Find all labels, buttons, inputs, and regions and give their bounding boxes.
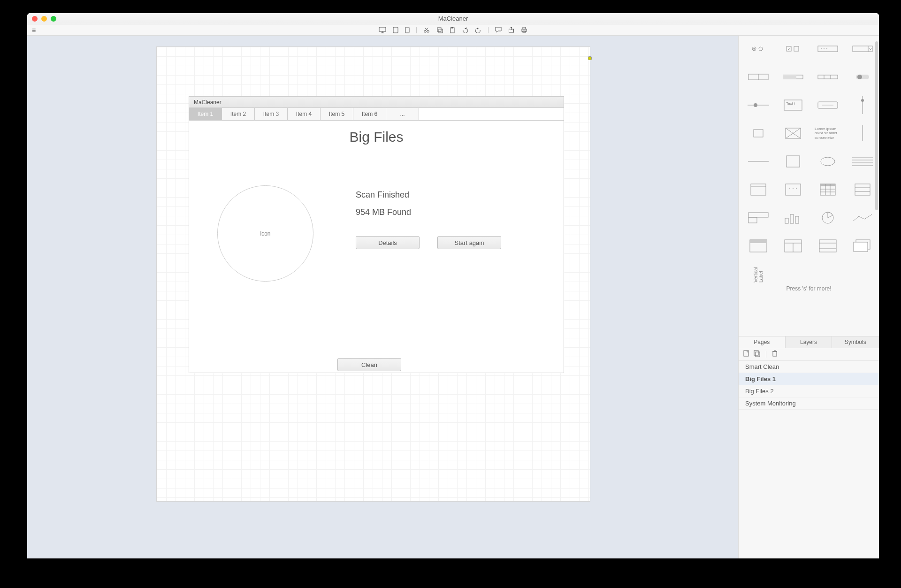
stencil-menu-icon[interactable] bbox=[814, 69, 842, 85]
svg-rect-87 bbox=[854, 242, 868, 252]
mockup-tabs: Item 1 Item 2 Item 3 Item 4 Item 5 Item … bbox=[189, 108, 564, 121]
svg-rect-90 bbox=[756, 352, 760, 357]
start-again-button[interactable]: Start again bbox=[437, 236, 501, 249]
share-icon[interactable] bbox=[508, 27, 514, 33]
svg-rect-21 bbox=[794, 46, 799, 51]
page-item[interactable]: Big Files 1 bbox=[739, 373, 879, 385]
stencil-table-icon[interactable] bbox=[814, 181, 842, 198]
new-page-icon[interactable] bbox=[743, 350, 749, 359]
stencil-list-icon[interactable] bbox=[848, 181, 877, 198]
titlebar: MaCleaner bbox=[27, 13, 879, 24]
stencil-dropdown-icon[interactable] bbox=[744, 209, 772, 226]
tab-symbols[interactable]: Symbols bbox=[832, 336, 879, 348]
undo-icon[interactable] bbox=[462, 27, 468, 33]
svg-point-23 bbox=[821, 48, 822, 49]
stencil-rect-icon[interactable] bbox=[779, 153, 807, 170]
duplicate-page-icon[interactable] bbox=[754, 350, 760, 359]
device-desktop-icon[interactable] bbox=[379, 27, 386, 33]
mockup-tab[interactable]: Item 3 bbox=[255, 108, 288, 120]
zoom-icon[interactable] bbox=[51, 16, 56, 22]
device-phone-icon[interactable] bbox=[405, 27, 410, 33]
svg-point-36 bbox=[857, 75, 862, 79]
clean-button[interactable]: Clean bbox=[337, 358, 401, 371]
stencil-hline-icon[interactable] bbox=[744, 153, 772, 170]
svg-rect-12 bbox=[451, 27, 453, 28]
mockup-tab[interactable]: Item 6 bbox=[353, 108, 386, 120]
stencil-ellipse-icon[interactable] bbox=[814, 153, 842, 170]
stencil-vertical-label-icon[interactable]: Vertical Label bbox=[744, 266, 772, 283]
stencil-box-icon[interactable] bbox=[744, 125, 772, 142]
minimize-icon[interactable] bbox=[41, 16, 47, 22]
pages-list: Smart Clean Big Files 1 Big Files 2 Syst… bbox=[739, 361, 879, 558]
paste-icon[interactable] bbox=[450, 27, 455, 33]
page-item[interactable]: System Monitoring bbox=[739, 397, 879, 410]
stencil-window-icon[interactable] bbox=[744, 181, 772, 198]
stencil-toggle-icon[interactable] bbox=[848, 69, 877, 85]
scrollbar[interactable] bbox=[875, 41, 878, 210]
stencil-vline-icon[interactable] bbox=[848, 125, 877, 142]
stencil-lines-icon[interactable] bbox=[848, 153, 877, 170]
mockup-window[interactable]: MaCleaner Item 1 Item 2 Item 3 Item 4 It… bbox=[189, 96, 564, 373]
stencil-spinner-icon[interactable] bbox=[744, 69, 772, 85]
page-artboard[interactable]: MaCleaner Item 1 Item 2 Item 3 Item 4 It… bbox=[156, 46, 590, 502]
mockup-tab[interactable]: Item 4 bbox=[288, 108, 321, 120]
svg-text:Text i: Text i bbox=[786, 101, 795, 106]
stencil-image-icon[interactable] bbox=[779, 125, 807, 142]
canvas[interactable]: MaCleaner Item 1 Item 2 Item 3 Item 4 It… bbox=[27, 36, 738, 558]
menu-icon[interactable]: ≡ bbox=[32, 26, 36, 34]
comment-icon[interactable] bbox=[495, 27, 502, 33]
cut-icon[interactable] bbox=[423, 27, 430, 33]
pages-tools bbox=[739, 348, 879, 361]
svg-rect-0 bbox=[379, 27, 386, 31]
copy-icon[interactable] bbox=[436, 27, 443, 33]
stencil-layout3-icon[interactable] bbox=[814, 237, 842, 254]
app-window: MaCleaner ≡ MaCleaner bbox=[27, 13, 879, 558]
delete-page-icon[interactable] bbox=[772, 350, 778, 359]
close-icon[interactable] bbox=[32, 16, 38, 22]
svg-rect-51 bbox=[786, 156, 800, 167]
stencil-combobox-icon[interactable] bbox=[848, 40, 877, 57]
stencil-button-icon[interactable] bbox=[814, 97, 842, 114]
mockup-tab[interactable]: Item 2 bbox=[222, 108, 255, 120]
svg-rect-72 bbox=[748, 213, 768, 217]
stencil-stack-icon[interactable] bbox=[848, 237, 877, 254]
mockup-icon-placeholder[interactable]: icon bbox=[217, 185, 313, 282]
mockup-tab[interactable]: Item 1 bbox=[189, 108, 222, 120]
window-controls bbox=[32, 16, 56, 22]
svg-rect-69 bbox=[855, 184, 870, 195]
details-button[interactable]: Details bbox=[356, 236, 420, 249]
svg-rect-45 bbox=[754, 130, 763, 137]
stencil-progress-icon[interactable] bbox=[779, 69, 807, 85]
mockup-tab-more[interactable]: ... bbox=[386, 108, 419, 120]
print-icon[interactable] bbox=[521, 27, 527, 33]
stencil-vslider-icon[interactable] bbox=[848, 97, 877, 114]
stencil-barchart-icon[interactable] bbox=[779, 209, 807, 226]
stencil-layout2-icon[interactable] bbox=[779, 237, 807, 254]
device-tablet-icon[interactable] bbox=[393, 27, 398, 33]
stencil-textinput-icon[interactable]: Text i bbox=[779, 97, 807, 114]
separator bbox=[766, 351, 766, 358]
mockup-tab[interactable]: Item 5 bbox=[321, 108, 353, 120]
stencil-checkbox-icon[interactable] bbox=[779, 40, 807, 57]
stencil-library: Text i Lorem ipsum dolor sit amet consec… bbox=[739, 36, 879, 336]
page-item[interactable]: Smart Clean bbox=[739, 361, 879, 373]
svg-point-61 bbox=[793, 188, 794, 189]
stencil-browser-icon[interactable] bbox=[744, 237, 772, 254]
stencil-textfield-icon[interactable] bbox=[814, 40, 842, 57]
stencil-slider-icon[interactable] bbox=[744, 97, 772, 114]
stencil-radio-icon[interactable] bbox=[744, 40, 772, 57]
resize-handle-icon[interactable] bbox=[588, 56, 592, 60]
stencil-paragraph-icon[interactable]: Lorem ipsum dolor sit amet consectetur bbox=[814, 125, 842, 142]
svg-rect-32 bbox=[818, 75, 838, 79]
status-line-1: Scan Finished bbox=[356, 190, 411, 200]
svg-rect-57 bbox=[751, 184, 766, 195]
svg-point-44 bbox=[861, 99, 864, 102]
stencil-piechart-icon[interactable] bbox=[814, 209, 842, 226]
tab-layers[interactable]: Layers bbox=[786, 336, 832, 348]
stencil-linechart-icon[interactable] bbox=[848, 209, 877, 226]
svg-rect-83 bbox=[819, 240, 836, 252]
page-item[interactable]: Big Files 2 bbox=[739, 385, 879, 397]
stencil-dialog-icon[interactable] bbox=[779, 181, 807, 198]
redo-icon[interactable] bbox=[475, 27, 481, 33]
tab-pages[interactable]: Pages bbox=[739, 336, 786, 348]
